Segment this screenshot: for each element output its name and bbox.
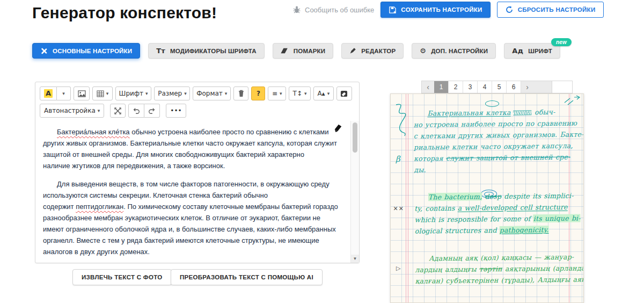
margin-beta-mark: β	[396, 154, 400, 164]
tab-label: РЕДАКТОР	[361, 48, 396, 54]
chevron-down-icon: ▾	[145, 91, 148, 96]
chevron-down-icon: ▾	[98, 108, 100, 113]
format-label: Формат	[196, 90, 223, 97]
chevron-down-icon: ▾	[304, 91, 307, 96]
save-settings-button[interactable]: СОХРАНИТЬ НАСТРОЙКИ	[380, 2, 490, 18]
extract-text-button[interactable]: ИЗВЛЕЧЬ ТЕКСТ С ФОТО	[72, 269, 172, 285]
font-scale-icon: A▴	[317, 90, 325, 97]
reset-settings-label: СБРОСИТЬ НАСТРОЙКИ	[518, 6, 596, 13]
redo-icon	[148, 107, 156, 114]
help-button[interactable]: ?	[251, 86, 265, 100]
editor-toolbar: A ▾ ▾ Шрифт	[35, 82, 359, 118]
chevron-down-icon: ▾	[62, 91, 65, 96]
handwriting-line: ды.	[414, 162, 580, 175]
ai-transform-button[interactable]: ПРЕОБРАЗОВАТЬ ТЕКСТ С ПОМОЩЬЮ AI	[171, 269, 323, 285]
tab-label: МОДИФИКАТОРЫ ШРИФТА	[170, 48, 257, 54]
prev-page-button[interactable]: ‹	[422, 81, 434, 93]
settings-tabs: ОСНОВНЫЕ НАСТРОЙКИ Tт МОДИФИКАТОРЫ ШРИФТ…	[32, 43, 560, 59]
report-bug-label: Сообщить об ошибке	[305, 6, 374, 14]
line-height-icon: T↕	[293, 90, 302, 97]
editor-scrollbar[interactable]: ▼	[350, 121, 359, 263]
font-color-caret-button[interactable]: ▾	[57, 86, 71, 100]
undo-button[interactable]	[128, 104, 144, 118]
font-size-dropdown[interactable]: Размер ▾	[154, 86, 190, 100]
font-modifiers-icon: Tт	[156, 47, 165, 55]
eraser-cursor-icon	[333, 123, 343, 135]
tab-main-settings[interactable]: ОСНОВНЫЕ НАСТРОЙКИ	[32, 43, 140, 59]
header-actions: Сообщить об ошибке СОХРАНИТЬ НАСТРОЙКИ С…	[292, 2, 604, 18]
notebook-preview: β ×× ▷ Бактериальная клетка обыч-но устр…	[390, 93, 584, 303]
margin-line	[408, 94, 408, 302]
more-options-button[interactable]: •••	[166, 104, 186, 118]
handwriting-line: қалған) субъектерінен (тұрады), Алдыңғы …	[415, 273, 581, 286]
corner-mark-doodle	[564, 95, 581, 106]
reset-settings-button[interactable]: СБРОСИТЬ НАСТРОЙКИ	[497, 2, 604, 18]
chevron-down-icon: ▾	[184, 91, 187, 96]
pencil-icon	[349, 47, 356, 54]
font-color-letter: A	[44, 89, 53, 98]
line-height-dropdown[interactable]: T↕ ▾	[289, 86, 311, 100]
page-button-6[interactable]: 6	[507, 81, 521, 93]
font-family-label: Шрифт	[119, 90, 144, 97]
next-page-button[interactable]: ›	[521, 81, 533, 93]
tab-blots[interactable]: ПОМАРКИ	[273, 43, 333, 59]
circle-doodle	[485, 100, 499, 107]
trash-icon	[238, 90, 245, 97]
format-dropdown[interactable]: Формат ▾	[193, 86, 231, 100]
page-button-2[interactable]: 2	[449, 81, 463, 93]
clear-format-icon	[340, 90, 348, 97]
align-icon: ≡	[272, 90, 277, 97]
handwriting-line: which is responsible for some of its uni…	[414, 212, 580, 225]
editor-textarea[interactable]: Бактериа́льная кле́тка обычно устроена н…	[35, 121, 350, 263]
page-button-4[interactable]: 4	[478, 81, 492, 93]
fullscreen-icon	[114, 107, 121, 114]
font-color-button[interactable]: A	[40, 86, 57, 100]
margin-scribble-doodle	[392, 103, 412, 137]
tab-font[interactable]: Aд ШРИФТ new	[504, 43, 560, 59]
redo-button[interactable]	[144, 104, 160, 118]
editor-panel: A ▾ ▾ Шрифт	[35, 82, 360, 263]
insert-image-button[interactable]	[74, 86, 90, 100]
pagination-extra-box[interactable]	[552, 81, 572, 93]
align-dropdown[interactable]: ≡ ▾	[268, 86, 286, 100]
tab-label: ДОП. НАСТРОЙКИ	[431, 48, 488, 54]
handwritten-text: Бактериальная клетка обыч-но устроена на…	[413, 106, 581, 286]
autotune-dropdown[interactable]: Автонастройка ▾	[40, 104, 104, 118]
editor-paragraph: Для выведения веществ, в том числе факто…	[43, 178, 343, 257]
save-settings-label: СОХРАНИТЬ НАСТРОЙКИ	[401, 6, 482, 13]
preview-panel: ‹ 123456 › β ×× ▷ Бактериальная клетка о…	[390, 81, 584, 303]
font-size-label: Размер	[158, 90, 182, 97]
chevron-down-icon: ▾	[280, 91, 282, 96]
clear-format-button[interactable]	[336, 86, 352, 100]
page-button-1[interactable]: 1	[434, 81, 449, 93]
gear-icon: ⚙	[420, 47, 426, 55]
arrow-down-icon: ▼	[353, 256, 357, 261]
tab-font-modifiers[interactable]: Tт МОДИФИКАТОРЫ ШРИФТА	[148, 43, 265, 59]
insert-table-button[interactable]: ▾	[92, 86, 112, 100]
undo-icon	[133, 107, 140, 114]
tab-editor[interactable]: РЕДАКТОР	[341, 43, 404, 59]
tools-icon	[40, 47, 48, 55]
fullscreen-button[interactable]	[110, 104, 126, 118]
page-button-3[interactable]: 3	[463, 81, 478, 93]
tab-label: ПОМАРКИ	[294, 48, 325, 54]
help-label: ?	[257, 90, 260, 97]
font-scale-dropdown[interactable]: A▴ ▾	[313, 86, 334, 100]
font-family-dropdown[interactable]: Шрифт ▾	[115, 86, 152, 100]
page-button-5[interactable]: 5	[492, 81, 507, 93]
scrollbar-down-button[interactable]: ▼	[351, 255, 359, 263]
tab-extra-settings[interactable]: ⚙ ДОП. НАСТРОЙКИ	[412, 43, 496, 59]
scrollbar-thumb[interactable]	[353, 122, 357, 153]
autotune-label: Автонастройка	[44, 107, 96, 114]
handwriting-line: ological structures and pathogenicity.	[415, 223, 581, 236]
tab-label: ШРИФТ	[528, 48, 552, 54]
margin-cross-mark: ××	[393, 204, 404, 213]
handwriting-line: которая служит защитой от внешней сре-	[414, 151, 580, 164]
delete-button[interactable]	[233, 86, 248, 100]
chevron-down-icon: ▾	[225, 91, 228, 96]
report-bug-link[interactable]: Сообщить об ошибке	[292, 5, 374, 14]
eraser-icon	[281, 47, 289, 54]
margin-triangle-mark: ▷	[396, 265, 400, 272]
save-icon	[389, 6, 397, 14]
new-badge: new	[551, 38, 572, 46]
